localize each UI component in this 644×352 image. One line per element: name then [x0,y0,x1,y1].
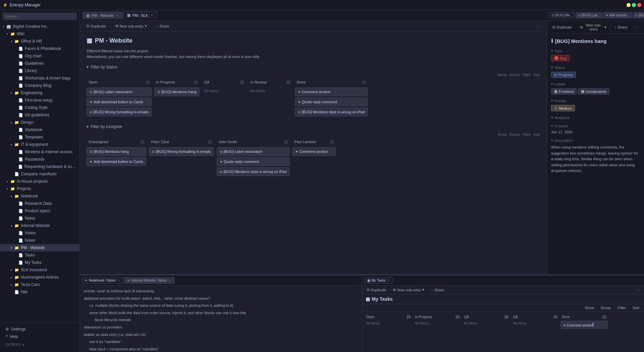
sidebar-item-nile[interactable]: 📄Nile [0,288,79,296]
br-new-sub-button[interactable]: ⊕ New sub-entry ▾ [391,287,426,293]
group-btn-2[interactable]: Group [509,132,520,136]
sidebar-item-settings[interactable]: ⚙ Settings [3,326,77,333]
kanban-card[interactable]: ⊙[BUG] Label missmatch [217,147,290,156]
internal-notes-close[interactable]: × [168,279,171,282]
br-sort-btn[interactable]: Sort [631,305,641,310]
sidebar-item-company-blog[interactable]: 📄Company Blog [0,82,79,89]
rp-new-sub-button[interactable]: ⊕ New sub-entry ▾ [577,22,609,32]
more-button[interactable]: ··· [534,23,543,29]
tab-pm-website-close[interactable]: × [116,14,119,17]
kanban-card[interactable]: ⊙[BUG] Mentions hang [87,147,146,156]
kanban-card[interactable]: ✦Quote reply comment [295,98,368,106]
right-panel-tab-add-downlo[interactable]: ✦Add downlo... [603,12,632,18]
detail-description-header[interactable]: ▾ Description [551,138,640,142]
sidebar-item-tezla-cars[interactable]: ▸📁Tezla Cars [0,281,79,288]
sidebar-item-guidelines[interactable]: 📄Guidelines [0,60,79,67]
sidebar-item-stylebook[interactable]: 📄Stylebook [0,126,79,133]
sidebar-item-research-data[interactable]: 📄Research Data [0,200,79,207]
sidebar-item-design[interactable]: ▸📁Design [0,119,79,126]
sidebar-item-git-guidelines[interactable]: 📄Git guidelines [0,111,79,119]
right-panel-tab-bug-lab[interactable]: ⊙[BUG] Lab... [576,12,602,18]
sidebar-item-notes[interactable]: 📄Notes [0,215,79,222]
sidebar-item-library[interactable]: 📄Library [0,67,79,74]
sidebar-item-notes-iw[interactable]: 📄Notes [0,237,79,244]
filter-btn-2[interactable]: Filter [522,132,530,136]
kanban-card[interactable]: ✦Comment section [295,87,368,96]
sidebar-item-tasks[interactable]: 📄Tasks [0,251,79,259]
detail-type-header[interactable]: ▾ Type [551,49,640,53]
detail-assignee-header[interactable]: ▾ Assignee [551,115,640,120]
duplicate-button[interactable]: ⧉ Duplicate [84,23,109,29]
right-panel-tab-bug-wron[interactable]: ⊙[BUG] Wron... [633,12,644,18]
sidebar-item-pm-website[interactable]: ▾📁PM - Website [0,244,79,251]
br-duplicate-button[interactable]: ⧉ Duplicate [365,287,388,293]
close-button[interactable] [637,3,641,7]
sort-btn[interactable]: Sort [533,73,540,77]
rp-more-button[interactable]: ··· [633,24,641,30]
filter-status-header[interactable]: ▾ Filter by Status [87,65,540,69]
br-show-btn[interactable]: Show [583,305,596,310]
tab-internal-notes[interactable]: ✏ Internal Website / Notes × [124,277,174,284]
br-group-btn[interactable]: Group [599,305,613,310]
tab-pm-slk-close[interactable]: × [150,13,154,17]
sidebar-item-internal-website[interactable]: ▾📁Internal Website [0,222,79,229]
sidebar-item-company-manifesto[interactable]: 📄Company manifesto [0,170,79,178]
rp-duplicate-button[interactable]: ⧉ Duplicate [550,24,575,31]
tab-pm-website[interactable]: ▦ PM - Website × [83,12,123,19]
share-button[interactable]: ↑ Share [154,23,172,29]
kanban-card[interactable]: ⊙[BUG] Mentions style is wrong on iPad [217,167,290,176]
show-btn-2[interactable]: Show [497,132,507,136]
sidebar-item-faces-phonebook[interactable]: 📄Faces & Phonebook [0,45,79,52]
sidebar-item-requesting-hardware[interactable]: 📄Requesting hardware & software [0,163,79,170]
kanban-card[interactable]: ⊙[BUG] Wrong formatting in emails [87,108,152,116]
sidebar-item-coding-style[interactable]: 📄Coding Style [0,104,79,111]
search-input[interactable] [3,13,77,20]
sidebar-item-engineering[interactable]: ▸📁Engineering [0,89,79,97]
sidebar-item-hummingbird[interactable]: ▸📁Hummingbird Airlines [0,274,79,281]
br-filter-btn[interactable]: Filter [615,305,628,310]
tab-pm-slk[interactable]: ▦ PM - SLK × [123,11,157,19]
sidebar-item-org-chart[interactable]: 📄Org chart [0,52,79,60]
sidebar-item-workshops[interactable]: 📄Workshops & brown bags [0,74,79,82]
sidebar-item-vision[interactable]: 📄Vision [0,229,79,237]
sidebar-item-digital-creative[interactable]: ▾🏢Digital Creative Inc. [0,23,79,30]
sidebar-item-wireless[interactable]: 📄Wireless & Internet access [0,148,79,156]
kanban-card[interactable]: ✦Add download button to Cards [87,98,152,106]
sidebar-item-templates[interactable]: 📄Templates [0,133,79,141]
kanban-card[interactable]: ⊙[BUG] Label missmatch [87,87,152,96]
detail-created-header[interactable]: ▾ Created [551,124,640,128]
kanban-card[interactable]: ✦Add download button to Cards [87,157,146,166]
rp-share-button[interactable]: ↑ Share [612,24,630,30]
kanban-card[interactable]: ⊙[BUG] Wrong formatting in emails [149,147,214,156]
show-btn[interactable]: Show [497,73,507,77]
sidebar-item-wiki[interactable]: ▾📁Wiki [0,30,79,38]
detail-priority-header[interactable]: ▾ Priority [551,99,640,103]
kanban-card[interactable]: ⊙[BUG] Mentions hang [154,87,200,96]
tab-my-tasks[interactable]: ▦ My Tasks × [364,277,393,284]
sidebar-item-help[interactable]: ? Help [3,333,77,340]
sidebar-item-product-specs[interactable]: 📄Product specs [0,207,79,215]
kanban-card[interactable]: ✦Quote reply comment [217,157,290,166]
br-kanban-card[interactable]: ✦ Comment section [561,321,608,329]
right-panel-tab-bug-me[interactable]: ⊙[BUG] Me... [549,12,575,18]
br-more-button[interactable]: ··· [634,287,641,293]
sort-btn-2[interactable]: Sort [533,132,540,136]
filter-btn[interactable]: Filter [522,73,530,77]
sidebar-item-passwords[interactable]: 📄Passwords [0,156,79,163]
sidebar-item-my-tasks[interactable]: 📄My Tasks [0,259,79,266]
sidebar-item-first-time-setup[interactable]: 📄First-time setup [0,97,79,104]
sidebar-item-office-hr[interactable]: ▾📁Office & HR [0,38,79,45]
group-btn[interactable]: Group [509,73,520,77]
sidebar-item-in-house-projects[interactable]: ▸📁In-house projects [0,178,79,185]
sidebar-item-notebook[interactable]: ▾📁Notebook [0,192,79,200]
filter-assignee-header[interactable]: ▾ Filter by Assignee [87,124,540,129]
kanban-card[interactable]: ✦Comment section [292,147,336,156]
sidebar-item-projects[interactable]: ▾📁Projects [0,185,79,192]
kanban-card[interactable]: ⊙[BUG] Mentions style is wrong on iPad [295,108,368,116]
notebook-notes-close[interactable]: × [117,279,120,282]
sidebar-item-slk-insurance[interactable]: ▸📁SLK Insurance [0,266,79,274]
maximize-button[interactable] [632,3,636,7]
detail-status-header[interactable]: ▾ Status [551,65,640,70]
br-share-button[interactable]: ↑ Share [429,287,446,293]
new-sub-entry-button[interactable]: ⊕ New sub-entry ▾ [113,23,150,29]
